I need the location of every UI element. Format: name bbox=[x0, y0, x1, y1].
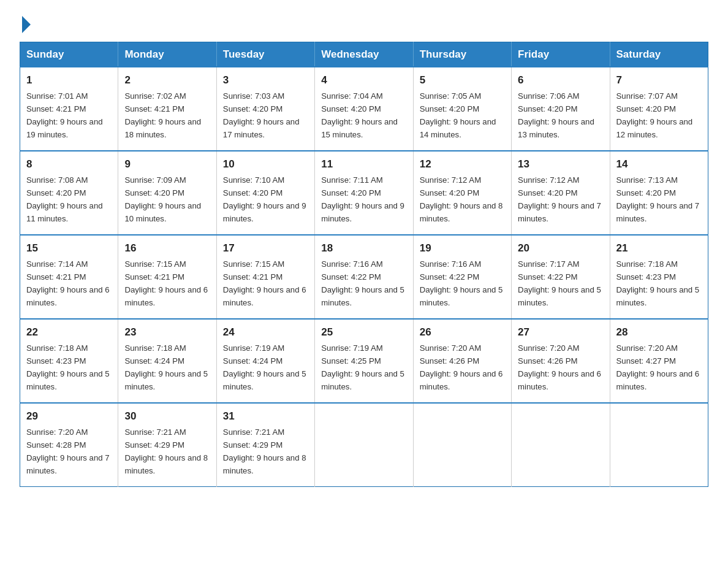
sunrise-info: Sunrise: 7:04 AM bbox=[321, 91, 382, 101]
logo-arrow-icon bbox=[22, 16, 31, 33]
day-number: 2 bbox=[124, 72, 210, 88]
calendar-header-row: SundayMondayTuesdayWednesdayThursdayFrid… bbox=[20, 42, 708, 67]
calendar-day-cell: 19 Sunrise: 7:16 AM Sunset: 4:22 PM Dayl… bbox=[413, 235, 511, 319]
day-number: 21 bbox=[616, 240, 702, 256]
weekday-header: Wednesday bbox=[315, 42, 413, 67]
day-number: 16 bbox=[124, 240, 210, 256]
sunset-info: Sunset: 4:20 PM bbox=[420, 188, 480, 197]
sunset-info: Sunset: 4:20 PM bbox=[26, 188, 86, 197]
sunrise-info: Sunrise: 7:03 AM bbox=[223, 91, 284, 101]
daylight-info: Daylight: 9 hours and 8 minutes. bbox=[124, 453, 208, 475]
sunset-info: Sunset: 4:24 PM bbox=[124, 356, 184, 366]
sunrise-info: Sunrise: 7:18 AM bbox=[26, 343, 88, 353]
calendar-week-row: 22 Sunrise: 7:18 AM Sunset: 4:23 PM Dayl… bbox=[20, 319, 708, 403]
day-number: 7 bbox=[616, 72, 702, 88]
sunset-info: Sunset: 4:22 PM bbox=[420, 272, 480, 282]
calendar-day-cell: 12 Sunrise: 7:12 AM Sunset: 4:20 PM Dayl… bbox=[413, 151, 511, 235]
calendar-day-cell: 26 Sunrise: 7:20 AM Sunset: 4:26 PM Dayl… bbox=[413, 319, 511, 403]
sunrise-info: Sunrise: 7:15 AM bbox=[223, 259, 284, 269]
day-number: 18 bbox=[321, 240, 406, 256]
calendar-day-cell: 4 Sunrise: 7:04 AM Sunset: 4:20 PM Dayli… bbox=[315, 67, 413, 151]
sunset-info: Sunset: 4:26 PM bbox=[420, 356, 480, 366]
calendar-day-cell: 6 Sunrise: 7:06 AM Sunset: 4:20 PM Dayli… bbox=[512, 67, 610, 151]
sunrise-info: Sunrise: 7:12 AM bbox=[420, 175, 481, 185]
daylight-info: Daylight: 9 hours and 8 minutes. bbox=[223, 453, 306, 475]
sunrise-info: Sunrise: 7:20 AM bbox=[518, 343, 579, 353]
calendar-week-row: 29 Sunrise: 7:20 AM Sunset: 4:28 PM Dayl… bbox=[20, 403, 708, 487]
daylight-info: Daylight: 9 hours and 9 minutes. bbox=[223, 201, 306, 223]
sunrise-info: Sunrise: 7:19 AM bbox=[223, 343, 284, 353]
sunset-info: Sunset: 4:21 PM bbox=[26, 272, 86, 282]
sunrise-info: Sunrise: 7:18 AM bbox=[124, 343, 186, 353]
sunset-info: Sunset: 4:25 PM bbox=[321, 356, 381, 366]
weekday-header: Thursday bbox=[413, 42, 511, 67]
sunrise-info: Sunrise: 7:20 AM bbox=[26, 427, 88, 437]
sunrise-info: Sunrise: 7:07 AM bbox=[616, 91, 678, 101]
calendar-day-cell: 22 Sunrise: 7:18 AM Sunset: 4:23 PM Dayl… bbox=[20, 319, 118, 403]
sunset-info: Sunset: 4:24 PM bbox=[223, 356, 283, 366]
calendar-day-cell: 9 Sunrise: 7:09 AM Sunset: 4:20 PM Dayli… bbox=[118, 151, 216, 235]
calendar-day-cell: 29 Sunrise: 7:20 AM Sunset: 4:28 PM Dayl… bbox=[20, 403, 118, 487]
sunrise-info: Sunrise: 7:06 AM bbox=[518, 91, 579, 101]
sunset-info: Sunset: 4:23 PM bbox=[616, 272, 677, 282]
sunset-info: Sunset: 4:20 PM bbox=[321, 104, 381, 113]
calendar-week-row: 15 Sunrise: 7:14 AM Sunset: 4:21 PM Dayl… bbox=[20, 235, 708, 319]
sunrise-info: Sunrise: 7:11 AM bbox=[321, 175, 382, 185]
calendar-day-cell: 25 Sunrise: 7:19 AM Sunset: 4:25 PM Dayl… bbox=[315, 319, 413, 403]
daylight-info: Daylight: 9 hours and 5 minutes. bbox=[616, 285, 700, 307]
sunrise-info: Sunrise: 7:08 AM bbox=[26, 175, 88, 185]
day-number: 27 bbox=[518, 324, 603, 340]
calendar-day-cell: 24 Sunrise: 7:19 AM Sunset: 4:24 PM Dayl… bbox=[216, 319, 314, 403]
calendar-day-cell: 11 Sunrise: 7:11 AM Sunset: 4:20 PM Dayl… bbox=[315, 151, 413, 235]
sunrise-info: Sunrise: 7:13 AM bbox=[616, 175, 678, 185]
calendar-day-cell bbox=[315, 403, 413, 487]
sunset-info: Sunset: 4:20 PM bbox=[223, 104, 283, 113]
day-number: 15 bbox=[26, 240, 112, 256]
sunset-info: Sunset: 4:20 PM bbox=[321, 188, 381, 197]
sunset-info: Sunset: 4:21 PM bbox=[124, 272, 184, 282]
calendar-day-cell: 23 Sunrise: 7:18 AM Sunset: 4:24 PM Dayl… bbox=[118, 319, 216, 403]
calendar-day-cell bbox=[512, 403, 610, 487]
weekday-header: Saturday bbox=[610, 42, 708, 67]
day-number: 8 bbox=[26, 156, 112, 172]
sunrise-info: Sunrise: 7:16 AM bbox=[420, 259, 481, 269]
calendar-day-cell: 30 Sunrise: 7:21 AM Sunset: 4:29 PM Dayl… bbox=[118, 403, 216, 487]
sunrise-info: Sunrise: 7:20 AM bbox=[616, 343, 678, 353]
day-number: 29 bbox=[26, 408, 112, 424]
calendar-week-row: 8 Sunrise: 7:08 AM Sunset: 4:20 PM Dayli… bbox=[20, 151, 708, 235]
day-number: 23 bbox=[124, 324, 210, 340]
sunrise-info: Sunrise: 7:19 AM bbox=[321, 343, 382, 353]
daylight-info: Daylight: 9 hours and 17 minutes. bbox=[223, 117, 300, 139]
calendar-day-cell: 15 Sunrise: 7:14 AM Sunset: 4:21 PM Dayl… bbox=[20, 235, 118, 319]
sunrise-info: Sunrise: 7:10 AM bbox=[223, 175, 284, 185]
calendar-day-cell: 31 Sunrise: 7:21 AM Sunset: 4:29 PM Dayl… bbox=[216, 403, 314, 487]
sunrise-info: Sunrise: 7:12 AM bbox=[518, 175, 579, 185]
day-number: 11 bbox=[321, 156, 406, 172]
daylight-info: Daylight: 9 hours and 6 minutes. bbox=[518, 369, 601, 391]
day-number: 19 bbox=[420, 240, 505, 256]
daylight-info: Daylight: 9 hours and 14 minutes. bbox=[420, 117, 496, 139]
sunrise-info: Sunrise: 7:01 AM bbox=[26, 91, 88, 101]
daylight-info: Daylight: 9 hours and 6 minutes. bbox=[616, 369, 700, 391]
daylight-info: Daylight: 9 hours and 19 minutes. bbox=[26, 117, 103, 139]
page-header bbox=[20, 15, 708, 31]
weekday-header: Sunday bbox=[20, 42, 118, 67]
calendar-day-cell: 1 Sunrise: 7:01 AM Sunset: 4:21 PM Dayli… bbox=[20, 67, 118, 151]
sunset-info: Sunset: 4:29 PM bbox=[223, 440, 283, 450]
day-number: 31 bbox=[223, 408, 308, 424]
sunset-info: Sunset: 4:23 PM bbox=[26, 356, 86, 366]
weekday-header: Tuesday bbox=[216, 42, 314, 67]
daylight-info: Daylight: 9 hours and 5 minutes. bbox=[124, 369, 208, 391]
sunrise-info: Sunrise: 7:05 AM bbox=[420, 91, 481, 101]
sunset-info: Sunset: 4:20 PM bbox=[223, 188, 283, 197]
calendar-table: SundayMondayTuesdayWednesdayThursdayFrid… bbox=[20, 42, 708, 487]
daylight-info: Daylight: 9 hours and 18 minutes. bbox=[124, 117, 201, 139]
sunset-info: Sunset: 4:29 PM bbox=[124, 440, 184, 450]
day-number: 4 bbox=[321, 72, 406, 88]
sunrise-info: Sunrise: 7:02 AM bbox=[124, 91, 186, 101]
day-number: 17 bbox=[223, 240, 308, 256]
daylight-info: Daylight: 9 hours and 6 minutes. bbox=[124, 285, 208, 307]
calendar-day-cell: 16 Sunrise: 7:15 AM Sunset: 4:21 PM Dayl… bbox=[118, 235, 216, 319]
daylight-info: Daylight: 9 hours and 5 minutes. bbox=[321, 285, 404, 307]
calendar-day-cell: 2 Sunrise: 7:02 AM Sunset: 4:21 PM Dayli… bbox=[118, 67, 216, 151]
